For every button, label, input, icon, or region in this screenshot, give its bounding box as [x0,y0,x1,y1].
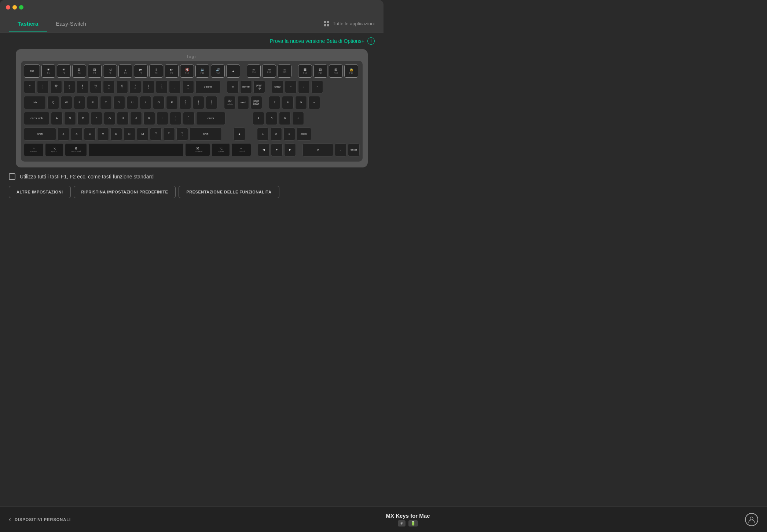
minimize-button[interactable] [12,5,17,10]
key-f14[interactable]: 1⊞F14 [247,64,261,78]
key-f10[interactable]: 🔇F10 [180,64,194,78]
key-end[interactable]: end [237,96,249,109]
key-4[interactable]: $4 [77,80,88,93]
key-s[interactable]: S [64,112,76,125]
key-f1[interactable]: ☀F1 [41,64,55,78]
key-num2[interactable]: 2 [270,128,282,141]
key-lbracket[interactable]: {[ [179,96,191,109]
tab-tastiera[interactable]: Tastiera [9,15,47,32]
key-o[interactable]: O [153,96,165,109]
key-command-right[interactable]: ⌘command [185,143,210,156]
key-2[interactable]: @2 [50,80,62,93]
key-control-left[interactable]: ^control [24,143,44,156]
tab-easy-switch[interactable]: Easy-Switch [47,15,95,32]
key-8[interactable]: *8 [129,80,141,93]
key-w[interactable]: W [60,96,72,109]
maximize-button[interactable] [19,5,23,10]
key-j[interactable]: J [130,112,142,125]
key-5[interactable]: %5 [90,80,102,93]
key-numenter2[interactable]: enter [348,143,360,156]
key-option-left[interactable]: ⌥option [45,143,63,156]
key-f15[interactable]: 2⊞F14 [262,64,276,78]
key-numdiv[interactable]: / [298,80,310,93]
key-fwddel[interactable]: ⌦delete [224,96,236,109]
key-numequals[interactable]: = [285,80,297,93]
key-esc[interactable]: esc [24,64,40,78]
key-slash[interactable]: ?/ [176,128,188,141]
key-rightarrow[interactable]: ▶ [284,143,296,156]
key-semicolon[interactable]: :; [170,112,181,125]
key-y[interactable]: Y [113,96,125,109]
key-num5[interactable]: 5 [266,112,278,125]
key-numminus[interactable]: − [308,96,320,109]
key-f6[interactable]: ↓F6 [118,64,132,78]
key-num6[interactable]: 6 [279,112,291,125]
key-f3[interactable]: ⊞F3 [72,64,86,78]
key-f19[interactable]: ⊞F18 [329,64,343,78]
key-shift-right[interactable]: shift [190,128,222,141]
key-fn[interactable]: fn [227,80,239,93]
key-num9[interactable]: 9 [295,96,307,109]
key-brightness-up[interactable]: ▲ [226,64,240,78]
key-shift-left[interactable]: shift [24,128,56,141]
key-backslash[interactable]: |\ [206,96,217,109]
key-backspace[interactable]: delete [195,80,220,93]
key-capslock[interactable]: caps lock [24,112,49,125]
key-u[interactable]: U [126,96,138,109]
key-rbracket[interactable]: }] [192,96,204,109]
key-quote[interactable]: "' [183,112,195,125]
key-lock[interactable]: 🔒F19 [344,64,358,78]
key-i[interactable]: I [140,96,151,109]
key-numplus[interactable]: + [292,112,304,125]
key-3[interactable]: #3 [63,80,75,93]
key-z[interactable]: Z [58,128,69,141]
key-f12[interactable]: 🔊F12 [211,64,225,78]
key-f11[interactable]: 🔉F11 [195,64,209,78]
key-num4[interactable]: 4 [253,112,264,125]
key-t[interactable]: T [100,96,112,109]
close-button[interactable] [6,5,10,10]
key-tilde[interactable]: ~` [24,80,36,93]
key-x[interactable]: X [71,128,82,141]
key-num8[interactable]: 8 [282,96,294,109]
key-f5[interactable]: ◁F5 [103,64,117,78]
key-6[interactable]: ^6 [103,80,115,93]
key-9[interactable]: (9 [143,80,154,93]
key-numenter[interactable]: enter [297,128,311,141]
key-f2[interactable]: ☀F2 [57,64,71,78]
key-comma[interactable]: <, [150,128,162,141]
key-nummul[interactable]: * [311,80,323,93]
key-space[interactable] [88,143,184,156]
key-b[interactable]: B [110,128,122,141]
fn-checkbox[interactable] [9,173,15,180]
ripristina-button[interactable]: RIPRISTINA IMPOSTAZIONI PREDEFINITE [74,186,176,198]
key-f[interactable]: F [91,112,102,125]
key-num3[interactable]: 3 [283,128,295,141]
key-r[interactable]: R [87,96,99,109]
key-f16[interactable]: 3⊞F15 [278,64,291,78]
presentazione-button[interactable]: PRESENTAZIONE DELLE FUNZIONALITÀ [179,186,279,198]
key-a[interactable]: A [51,112,63,125]
key-k[interactable]: K [143,112,155,125]
key-equals[interactable]: += [182,80,194,93]
key-1[interactable]: !1 [37,80,49,93]
key-f4[interactable]: ⊟F4 [88,64,102,78]
key-f8[interactable]: ⏸F8 [149,64,163,78]
key-numclear[interactable]: clear [272,80,283,93]
key-g[interactable]: G [104,112,115,125]
key-tab[interactable]: tab [24,96,46,109]
key-minus[interactable]: _- [169,80,181,93]
key-pageup[interactable]: pageup [253,80,265,93]
key-f7[interactable]: ⏮F7 [134,64,148,78]
key-m[interactable]: M [137,128,148,141]
key-enter[interactable]: enter [196,112,225,125]
key-home[interactable]: home [240,80,252,93]
key-h[interactable]: H [117,112,129,125]
key-e[interactable]: E [74,96,85,109]
key-f17[interactable]: ☰F16 [298,64,312,78]
key-command-left[interactable]: ⌘command [65,143,87,156]
key-v[interactable]: V [97,128,109,141]
key-num0[interactable]: 0 [302,143,333,156]
key-7[interactable]: &7 [116,80,128,93]
key-0[interactable]: )0 [156,80,168,93]
